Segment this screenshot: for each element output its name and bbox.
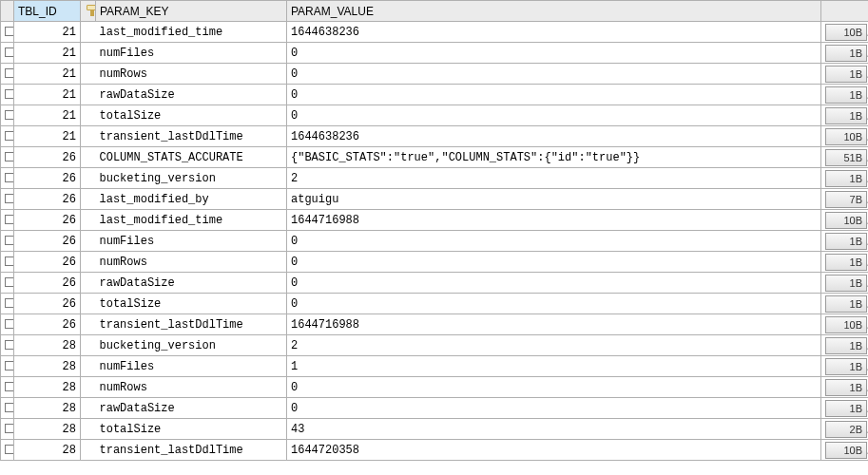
- row-checkbox[interactable]: [1, 335, 14, 356]
- cell-tbl-id[interactable]: 26: [14, 294, 81, 314]
- table-row[interactable]: 26last_modified_time164471698810B: [1, 210, 869, 231]
- row-checkbox[interactable]: [1, 231, 14, 252]
- cell-param-value[interactable]: 1644638236: [287, 126, 821, 147]
- cell-param-value[interactable]: 43: [287, 419, 821, 440]
- cell-param-value[interactable]: 1644720358: [287, 440, 821, 461]
- checkbox-icon[interactable]: [5, 424, 14, 433]
- cell-tbl-id[interactable]: 26: [14, 147, 81, 168]
- table-row[interactable]: 28totalSize432B: [1, 419, 869, 440]
- cell-param-value[interactable]: 1644638236: [287, 22, 821, 43]
- table-row[interactable]: 26numFiles01B: [1, 231, 869, 252]
- row-checkbox[interactable]: [1, 398, 14, 419]
- checkbox-icon[interactable]: [5, 382, 14, 391]
- checkbox-icon[interactable]: [5, 68, 14, 78]
- size-button[interactable]: 1B: [825, 400, 867, 417]
- row-checkbox[interactable]: [1, 168, 14, 189]
- checkbox-icon[interactable]: [5, 298, 14, 308]
- checkbox-icon[interactable]: [5, 256, 14, 266]
- cell-param-key[interactable]: totalSize: [96, 419, 287, 440]
- cell-param-value[interactable]: 0: [287, 43, 821, 64]
- row-checkbox[interactable]: [1, 377, 14, 398]
- row-checkbox[interactable]: [1, 22, 14, 43]
- cell-tbl-id[interactable]: 28: [14, 377, 81, 398]
- cell-tbl-id[interactable]: 26: [14, 314, 81, 335]
- size-button[interactable]: 1B: [825, 337, 867, 354]
- checkbox-icon[interactable]: [5, 152, 14, 162]
- row-checkbox[interactable]: [1, 210, 14, 231]
- cell-param-key[interactable]: last_modified_by: [96, 189, 287, 210]
- checkbox-icon[interactable]: [5, 277, 14, 287]
- size-button[interactable]: 1B: [825, 233, 867, 250]
- cell-param-value[interactable]: 0: [287, 252, 821, 273]
- cell-param-key[interactable]: numRows: [96, 64, 287, 85]
- cell-param-value[interactable]: {"BASIC_STATS":"true","COLUMN_STATS":{"i…: [287, 147, 821, 168]
- cell-tbl-id[interactable]: 21: [14, 43, 81, 64]
- row-checkbox[interactable]: [1, 440, 14, 461]
- cell-param-value[interactable]: 0: [287, 105, 821, 126]
- cell-param-value[interactable]: atguigu: [287, 189, 821, 210]
- cell-param-key[interactable]: numFiles: [96, 231, 287, 252]
- cell-tbl-id[interactable]: 28: [14, 419, 81, 440]
- checkbox-icon[interactable]: [5, 110, 14, 120]
- row-checkbox[interactable]: [1, 147, 14, 168]
- checkbox-icon[interactable]: [5, 361, 14, 370]
- table-row[interactable]: 28transient_lastDdlTime164472035810B: [1, 440, 869, 461]
- table-row[interactable]: 28bucketing_version21B: [1, 335, 869, 356]
- size-button[interactable]: 10B: [825, 316, 867, 333]
- cell-tbl-id[interactable]: 28: [14, 335, 81, 356]
- cell-param-key[interactable]: bucketing_version: [96, 168, 287, 189]
- cell-param-value[interactable]: 1: [287, 356, 821, 377]
- cell-param-key[interactable]: rawDataSize: [96, 398, 287, 419]
- table-row[interactable]: 28rawDataSize01B: [1, 398, 869, 419]
- cell-param-value[interactable]: 0: [287, 294, 821, 314]
- size-button[interactable]: 1B: [825, 45, 867, 62]
- cell-tbl-id[interactable]: 26: [14, 189, 81, 210]
- checkbox-icon[interactable]: [5, 445, 14, 454]
- checkbox-icon[interactable]: [5, 89, 14, 99]
- row-checkbox[interactable]: [1, 356, 14, 377]
- cell-tbl-id[interactable]: 26: [14, 168, 81, 189]
- cell-tbl-id[interactable]: 28: [14, 356, 81, 377]
- table-row[interactable]: 26bucketing_version21B: [1, 168, 869, 189]
- cell-param-value[interactable]: 2: [287, 335, 821, 356]
- row-checkbox[interactable]: [1, 126, 14, 147]
- cell-param-key[interactable]: last_modified_time: [96, 210, 287, 231]
- size-button[interactable]: 1B: [825, 254, 867, 271]
- cell-param-key[interactable]: numFiles: [96, 43, 287, 64]
- table-row[interactable]: 21last_modified_time164463823610B: [1, 22, 869, 43]
- cell-param-key[interactable]: rawDataSize: [96, 273, 287, 294]
- table-row[interactable]: 21transient_lastDdlTime164463823610B: [1, 126, 869, 147]
- table-row[interactable]: 21numRows01B: [1, 64, 869, 85]
- size-button[interactable]: 2B: [825, 421, 867, 438]
- header-param-key[interactable]: PARAM_KEY: [96, 1, 287, 22]
- cell-tbl-id[interactable]: 21: [14, 22, 81, 43]
- size-button[interactable]: 1B: [825, 170, 867, 187]
- row-checkbox[interactable]: [1, 64, 14, 85]
- cell-param-value[interactable]: 0: [287, 377, 821, 398]
- header-key-icon[interactable]: [81, 1, 96, 22]
- row-checkbox[interactable]: [1, 419, 14, 440]
- cell-tbl-id[interactable]: 26: [14, 231, 81, 252]
- cell-tbl-id[interactable]: 26: [14, 252, 81, 273]
- cell-tbl-id[interactable]: 21: [14, 85, 81, 105]
- cell-param-key[interactable]: bucketing_version: [96, 335, 287, 356]
- checkbox-icon[interactable]: [5, 48, 14, 57]
- size-button[interactable]: 1B: [825, 358, 867, 375]
- row-checkbox[interactable]: [1, 252, 14, 273]
- checkbox-icon[interactable]: [5, 27, 14, 36]
- cell-param-value[interactable]: 0: [287, 273, 821, 294]
- cell-param-key[interactable]: numRows: [96, 377, 287, 398]
- table-row[interactable]: 26totalSize01B: [1, 294, 869, 314]
- cell-param-key[interactable]: numFiles: [96, 356, 287, 377]
- cell-param-key[interactable]: last_modified_time: [96, 22, 287, 43]
- cell-param-key[interactable]: COLUMN_STATS_ACCURATE: [96, 147, 287, 168]
- cell-param-key[interactable]: numRows: [96, 252, 287, 273]
- cell-param-value[interactable]: 1644716988: [287, 210, 821, 231]
- table-row[interactable]: 28numRows01B: [1, 377, 869, 398]
- table-row[interactable]: 26rawDataSize01B: [1, 273, 869, 294]
- cell-tbl-id[interactable]: 21: [14, 64, 81, 85]
- table-row[interactable]: 26last_modified_byatguigu7B: [1, 189, 869, 210]
- row-checkbox[interactable]: [1, 189, 14, 210]
- cell-param-value[interactable]: 0: [287, 231, 821, 252]
- cell-tbl-id[interactable]: 28: [14, 398, 81, 419]
